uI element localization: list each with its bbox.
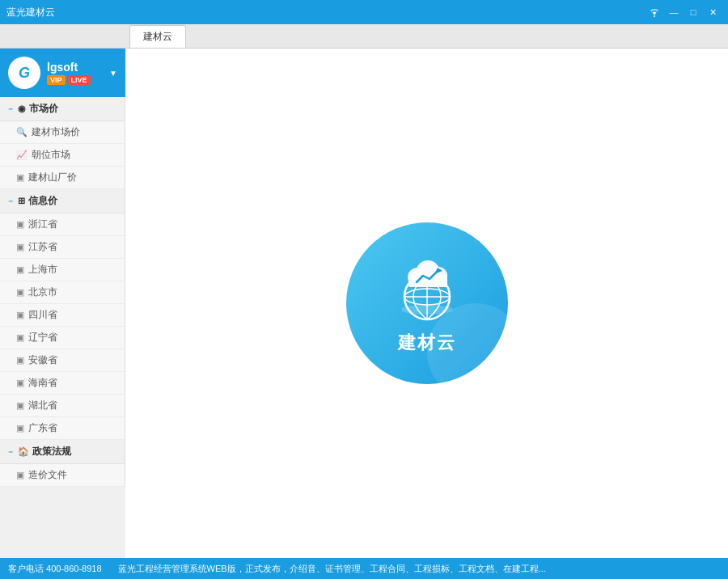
cloud-label: 建材云: [398, 331, 456, 355]
sidebar-item-hainan[interactable]: ▣ 海南省: [0, 372, 125, 395]
sidebar-item-jiancaishichangjia[interactable]: 🔍 建材市场价: [0, 121, 125, 144]
close-button[interactable]: ✕: [704, 3, 722, 21]
collapse-info-icon: －: [6, 196, 15, 207]
sidebar-item-shanghai[interactable]: ▣ 上海市: [0, 259, 125, 281]
item-label: 北京市: [28, 285, 57, 299]
trend-icon: 📈: [16, 150, 28, 160]
section-market-label: 市场价: [29, 102, 58, 116]
item-label: 安徽省: [28, 353, 57, 367]
grid-icon: ▣: [16, 423, 24, 433]
collapse-policy-icon: －: [6, 446, 15, 458]
titlebar: 蓝光建材云 — □ ✕: [0, 0, 728, 24]
item-label: 辽宁省: [28, 331, 57, 344]
item-label: 浙江省: [28, 218, 57, 231]
sidebar-item-beijing[interactable]: ▣ 北京市: [0, 281, 125, 304]
collapse-market-icon: －: [6, 104, 15, 115]
grid-icon: ▣: [16, 310, 24, 320]
svg-point-0: [654, 15, 655, 17]
tab-jiancaiyun[interactable]: 建材云: [129, 25, 186, 48]
item-label: 湖北省: [28, 399, 57, 412]
policy-section-icon: 🏠: [18, 446, 29, 457]
grid-icon: ▣: [16, 400, 24, 411]
app-title: 蓝光建材云: [6, 6, 55, 19]
titlebar-left: 蓝光建材云: [6, 6, 55, 19]
logo-name: lgsoft: [47, 61, 91, 74]
status-message: 蓝光工程经营管理系统WEB版，正式发布，介绍音、证书管理、工程合同、工程损标、工…: [118, 563, 720, 575]
item-label: 江苏省: [28, 240, 57, 254]
logo-text-area: lgsoft VIP LIVE: [47, 61, 91, 85]
item-label: 上海市: [28, 263, 57, 277]
grid-icon: ▣: [16, 264, 24, 275]
item-label: 广东省: [28, 421, 57, 435]
sidebar-wrapper: G lgsoft VIP LIVE ▼ － ◉ 市场价 🔍 建材市场价: [0, 49, 125, 558]
item-label: 造价文件: [28, 468, 67, 482]
logo-badges: VIP LIVE: [47, 75, 91, 85]
vip-badge: VIP: [47, 75, 66, 85]
content-area: 建材云: [125, 49, 728, 558]
sidebar-item-zhejiang[interactable]: ▣ 浙江省: [0, 213, 125, 236]
section-policy-label: 政策法规: [32, 445, 71, 459]
sidebar-item-anhui[interactable]: ▣ 安徽省: [0, 349, 125, 372]
grid-icon: ▣: [16, 378, 24, 388]
section-info-label: 信息价: [28, 194, 57, 208]
sidebar-item-hubei[interactable]: ▣ 湖北省: [0, 395, 125, 417]
grid-icon: ▣: [16, 219, 24, 230]
section-policy[interactable]: － 🏠 政策法规: [0, 440, 125, 464]
grid-icon: ▣: [16, 470, 24, 480]
grid-icon: ▣: [16, 172, 24, 183]
grid-icon: ▣: [16, 332, 24, 343]
sidebar-item-liaoning[interactable]: ▣ 辽宁省: [0, 327, 125, 349]
item-label: 海南省: [28, 376, 57, 390]
cloud-globe-icon: [383, 251, 472, 324]
dropdown-arrow-icon[interactable]: ▼: [109, 69, 117, 78]
grid-icon: ▣: [16, 242, 24, 252]
search-icon: 🔍: [16, 127, 28, 137]
cloud-circle: 建材云: [346, 222, 508, 384]
minimize-button[interactable]: —: [665, 3, 683, 21]
body-container: G lgsoft VIP LIVE ▼ － ◉ 市场价 🔍 建材市场价: [0, 49, 728, 558]
titlebar-controls: — □ ✕: [645, 3, 722, 21]
live-badge: LIVE: [68, 75, 91, 85]
section-info[interactable]: － ⊞ 信息价: [0, 189, 125, 213]
sidebar-item-guangdong[interactable]: ▣ 广东省: [0, 417, 125, 440]
item-label: 建材山厂价: [28, 171, 77, 184]
logo-area: G lgsoft VIP LIVE ▼: [0, 49, 125, 97]
sidebar-item-sichuan[interactable]: ▣ 四川省: [0, 304, 125, 327]
section-market[interactable]: － ◉ 市场价: [0, 97, 125, 121]
tabbar: 建材云: [0, 24, 728, 49]
sidebar-item-chaoweisc[interactable]: 📈 朝位市场: [0, 144, 125, 167]
item-label: 建材市场价: [32, 125, 80, 139]
sidebar-item-jiangsu[interactable]: ▣ 江苏省: [0, 236, 125, 259]
status-phone: 客户电话 400-860-8918: [8, 563, 102, 575]
statusbar: 客户电话 400-860-8918 蓝光工程经营管理系统WEB版，正式发布，介绍…: [0, 558, 728, 579]
maximize-button[interactable]: □: [684, 3, 702, 21]
market-section-icon: ◉: [18, 104, 26, 114]
cloud-logo: 建材云: [346, 222, 508, 384]
sidebar-item-zaojia[interactable]: ▣ 造价文件: [0, 464, 125, 487]
grid-icon: ▣: [16, 355, 24, 366]
wifi-icon: [645, 3, 663, 21]
item-label: 四川省: [28, 308, 57, 322]
logo-icon: G: [8, 57, 40, 89]
item-label: 朝位市场: [32, 148, 70, 162]
info-section-icon: ⊞: [18, 196, 25, 206]
tab-label: 建材云: [143, 30, 172, 44]
grid-icon: ▣: [16, 287, 24, 298]
sidebar-item-jiancaishanchangjia[interactable]: ▣ 建材山厂价: [0, 167, 125, 189]
sidebar: － ◉ 市场价 🔍 建材市场价 📈 朝位市场 ▣ 建材山厂价 － ⊞ 信息价: [0, 97, 125, 487]
